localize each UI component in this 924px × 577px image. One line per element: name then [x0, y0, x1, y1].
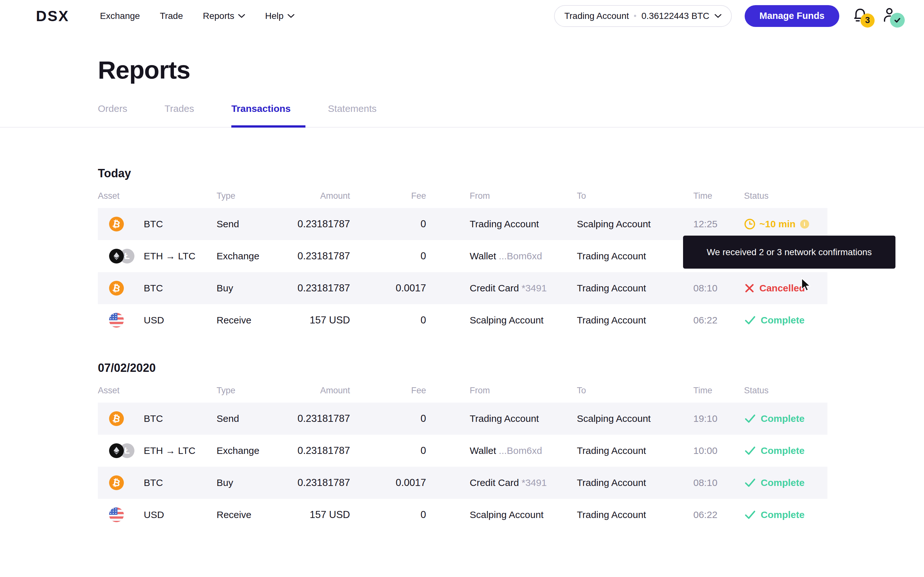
tab-transactions[interactable]: Transactions	[231, 103, 305, 127]
status-complete: Complete	[744, 413, 804, 424]
chevron-down-icon	[238, 14, 245, 18]
from-cell: Credit Card *3491	[426, 283, 577, 293]
check-icon	[744, 413, 756, 424]
status-complete: Complete	[744, 445, 804, 456]
from-cell: Scalping Account	[426, 315, 577, 326]
status-complete: Complete	[744, 509, 804, 520]
notifications-button[interactable]: 3	[852, 7, 869, 25]
status-pending: ~10 min i	[744, 218, 809, 230]
to-cell: Trading Account	[577, 283, 693, 293]
col-header-to: To	[577, 386, 693, 396]
asset-label: BTC	[144, 219, 163, 229]
amount-cell: 0.23181787	[284, 218, 350, 230]
type-cell: Exchange	[216, 445, 284, 456]
amount-cell: 0.23181787	[284, 477, 350, 488]
col-header-status: Status	[744, 386, 827, 396]
clock-icon	[744, 218, 756, 230]
col-header-fee: Fee	[350, 386, 426, 396]
fee-cell: 0.0017	[350, 282, 426, 294]
col-header-amount: Amount	[284, 191, 350, 201]
table-header: Asset Type Amount Fee From To Time Statu…	[98, 386, 827, 396]
from-cell: Scalping Account	[426, 509, 577, 520]
from-cell: Trading Account	[426, 219, 577, 229]
col-header-to: To	[577, 191, 693, 201]
status-label: Complete	[761, 315, 804, 326]
chevron-down-icon	[288, 14, 294, 18]
page-title: Reports	[98, 55, 924, 85]
amount-cell: 0.23181787	[284, 250, 350, 262]
time-cell: 06:22	[693, 315, 744, 326]
status-label: Complete	[761, 509, 804, 520]
account-selector[interactable]: Trading Account 0.36122443 BTC	[554, 5, 732, 27]
top-nav: DSX Exchange Trade Reports Help Trading …	[0, 0, 924, 32]
to-cell: Trading Account	[577, 315, 693, 326]
type-cell: Send	[216, 413, 284, 424]
type-cell: Buy	[216, 283, 284, 293]
time-cell: 08:10	[693, 477, 744, 488]
verified-badge	[890, 13, 905, 27]
dsx-logo[interactable]: DSX	[36, 7, 69, 25]
col-header-type: Type	[216, 386, 284, 396]
notification-badge: 3	[861, 13, 875, 27]
table-row: USD Receive 157 USD 0 Scalping Account T…	[98, 304, 827, 336]
status-label: ~10 min	[759, 219, 796, 229]
status-cell: Complete	[744, 413, 827, 424]
fee-cell: 0.0017	[350, 477, 426, 488]
tab-bar: Orders Trades Transactions Statements	[0, 103, 924, 127]
from-cell: Trading Account	[426, 413, 577, 424]
status-complete: Complete	[744, 315, 804, 326]
tab-trades[interactable]: Trades	[165, 103, 209, 127]
fee-cell: 0	[350, 250, 426, 262]
eth-icon	[109, 249, 124, 263]
status-cell: Complete	[744, 445, 827, 456]
section-title: 07/02/2020	[98, 361, 924, 375]
amount-cell: 157 USD	[284, 509, 350, 521]
asset-icon-pair: Ł	[109, 443, 134, 458]
to-cell: Trading Account	[577, 509, 693, 520]
to-cell: Scalping Account	[577, 413, 693, 424]
check-icon	[744, 477, 756, 488]
nav-item-label: Trade	[160, 11, 183, 21]
status-cancelled: Cancelled	[744, 283, 805, 293]
check-icon	[744, 509, 756, 520]
fee-cell: 0	[350, 413, 426, 424]
asset-label: BTC	[144, 413, 163, 424]
fee-cell: 0	[350, 218, 426, 230]
from-cell: Credit Card *3491	[426, 477, 577, 488]
tab-orders[interactable]: Orders	[98, 103, 142, 127]
nav-item-help[interactable]: Help	[265, 11, 294, 21]
type-cell: Receive	[216, 315, 284, 326]
mouse-cursor-icon	[800, 277, 813, 292]
chevron-down-icon	[714, 14, 722, 18]
table-row: ₿ BTC Send 0.23181787 0 Trading Account …	[98, 208, 827, 240]
usd-flag-icon	[109, 508, 124, 522]
tab-statements[interactable]: Statements	[328, 103, 391, 127]
account-name: Trading Account	[564, 11, 629, 21]
col-header-from: From	[426, 191, 577, 201]
nav-item-trade[interactable]: Trade	[160, 11, 183, 21]
profile-button[interactable]	[882, 7, 898, 25]
nav-item-reports[interactable]: Reports	[203, 11, 245, 21]
table-body: ₿ BTC Send 0.23181787 0 Trading Account …	[98, 208, 924, 336]
status-cell: Cancelled	[744, 283, 827, 293]
asset-label: ETH → LTC	[144, 445, 195, 456]
separator-dot	[634, 15, 636, 17]
manage-funds-button[interactable]: Manage Funds	[745, 5, 839, 27]
info-icon[interactable]: i	[800, 219, 809, 229]
section-title: Today	[98, 167, 924, 180]
type-cell: Exchange	[216, 251, 284, 261]
table-row: USD Receive 157 USD 0 Scalping Account T…	[98, 499, 827, 531]
type-cell: Buy	[216, 477, 284, 488]
table-body: ₿ BTC Send 0.23181787 0 Trading Account …	[98, 403, 924, 531]
nav-item-exchange[interactable]: Exchange	[100, 11, 140, 21]
time-cell: 08:10	[693, 283, 744, 293]
status-label: Complete	[761, 413, 804, 424]
amount-cell: 0.23181787	[284, 413, 350, 424]
check-icon	[744, 445, 756, 456]
btc-icon: ₿	[109, 411, 124, 426]
time-cell: 10:00	[693, 445, 744, 456]
col-header-time: Time	[693, 386, 744, 396]
x-icon	[744, 283, 755, 293]
asset-label: BTC	[144, 283, 163, 293]
col-header-asset: Asset	[98, 191, 216, 201]
